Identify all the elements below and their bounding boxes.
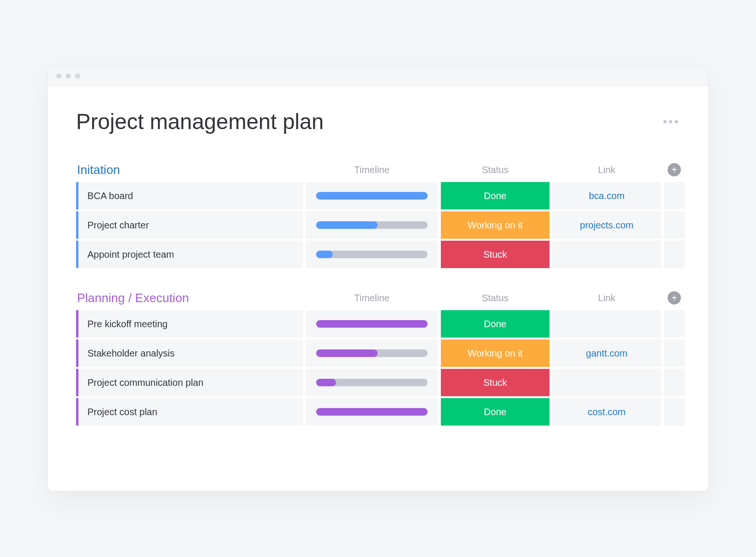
timeline-track xyxy=(316,349,428,357)
timeline-cell[interactable] xyxy=(306,369,438,396)
status-cell[interactable]: Working on it xyxy=(441,211,550,239)
status-cell[interactable]: Done xyxy=(441,310,550,338)
column-header-status[interactable]: Status xyxy=(441,165,550,177)
extra-cell[interactable] xyxy=(664,211,685,239)
link-cell[interactable] xyxy=(552,241,661,268)
table-row: Stakeholder analysisWorking on itgantt.c… xyxy=(76,339,680,367)
table-row: Appoint project teamStuck xyxy=(76,241,680,268)
timeline-fill xyxy=(316,221,378,229)
group-header-row: InitationTimelineStatusLink+ xyxy=(76,163,680,177)
extra-cell[interactable] xyxy=(664,241,685,268)
timeline-track xyxy=(316,221,428,229)
item-name-cell[interactable]: Pre kickoff meeting xyxy=(76,310,303,338)
page-title: Project management plan xyxy=(76,109,324,134)
timeline-fill xyxy=(316,379,336,386)
timeline-cell[interactable] xyxy=(306,211,438,239)
board-header: Project management plan ••• xyxy=(76,109,680,134)
extra-cell[interactable] xyxy=(664,339,685,367)
timeline-fill xyxy=(316,251,333,258)
timeline-fill xyxy=(316,320,428,328)
table-row: Project charterWorking on itprojects.com xyxy=(76,211,680,239)
column-header-timeline[interactable]: Timeline xyxy=(306,165,438,177)
traffic-light-zoom[interactable] xyxy=(75,73,80,78)
timeline-track xyxy=(316,320,428,328)
item-name-cell[interactable]: Project communication plan xyxy=(76,369,303,396)
group-title[interactable]: Initation xyxy=(76,163,303,177)
add-column-button[interactable]: + xyxy=(668,163,681,176)
status-cell[interactable]: Stuck xyxy=(441,369,550,396)
item-name-cell[interactable]: Stakeholder analysis xyxy=(76,339,303,367)
extra-cell[interactable] xyxy=(664,369,685,396)
column-header-status[interactable]: Status xyxy=(441,293,550,305)
link-cell[interactable]: projects.com xyxy=(552,211,661,239)
column-header-link[interactable]: Link xyxy=(552,165,661,177)
item-name-cell[interactable]: Project cost plan xyxy=(76,398,303,426)
board-content: Project management plan ••• InitationTim… xyxy=(48,86,708,491)
plus-icon: + xyxy=(671,293,677,303)
item-name-cell[interactable]: Project charter xyxy=(76,211,303,239)
plus-icon: + xyxy=(671,165,677,174)
column-header-link[interactable]: Link xyxy=(552,293,661,305)
link-cell[interactable]: bca.com xyxy=(552,182,661,209)
group-title[interactable]: Planning / Execution xyxy=(76,291,303,305)
timeline-fill xyxy=(316,192,428,200)
board-group: Planning / ExecutionTimelineStatusLink+P… xyxy=(76,291,680,426)
status-cell[interactable]: Working on it xyxy=(441,339,550,367)
timeline-track xyxy=(316,379,428,386)
table-row: Project communication planStuck xyxy=(76,369,680,396)
timeline-fill xyxy=(316,408,428,416)
link-cell[interactable] xyxy=(552,310,661,338)
table-row: BCA boardDonebca.com xyxy=(76,182,680,209)
traffic-light-close[interactable] xyxy=(56,73,61,78)
item-name-cell[interactable]: BCA board xyxy=(76,182,303,209)
timeline-cell[interactable] xyxy=(306,310,438,338)
group-header-row: Planning / ExecutionTimelineStatusLink+ xyxy=(76,291,680,305)
item-name-cell[interactable]: Appoint project team xyxy=(76,241,303,268)
window-titlebar xyxy=(48,66,708,86)
add-column-button[interactable]: + xyxy=(668,291,681,305)
extra-cell[interactable] xyxy=(664,182,685,209)
extra-cell[interactable] xyxy=(664,310,685,338)
status-cell[interactable]: Done xyxy=(441,182,550,209)
timeline-cell[interactable] xyxy=(306,398,438,426)
status-cell[interactable]: Done xyxy=(441,398,550,426)
traffic-light-minimize[interactable] xyxy=(66,73,71,78)
timeline-track xyxy=(316,192,428,200)
table-row: Pre kickoff meetingDone xyxy=(76,310,680,338)
status-cell[interactable]: Stuck xyxy=(441,241,550,268)
link-cell[interactable]: gantt.com xyxy=(552,339,661,367)
timeline-track xyxy=(316,408,428,416)
link-cell[interactable] xyxy=(552,369,661,396)
timeline-cell[interactable] xyxy=(306,339,438,367)
board-group: InitationTimelineStatusLink+BCA boardDon… xyxy=(76,163,680,268)
app-window: Project management plan ••• InitationTim… xyxy=(47,66,709,491)
timeline-track xyxy=(316,251,428,258)
table-row: Project cost planDonecost.com xyxy=(76,398,680,426)
timeline-cell[interactable] xyxy=(306,241,438,268)
link-cell[interactable]: cost.com xyxy=(552,398,661,426)
extra-cell[interactable] xyxy=(664,398,685,426)
timeline-fill xyxy=(316,349,378,357)
column-header-timeline[interactable]: Timeline xyxy=(306,293,438,305)
timeline-cell[interactable] xyxy=(306,182,438,209)
more-options-button[interactable]: ••• xyxy=(663,114,680,129)
